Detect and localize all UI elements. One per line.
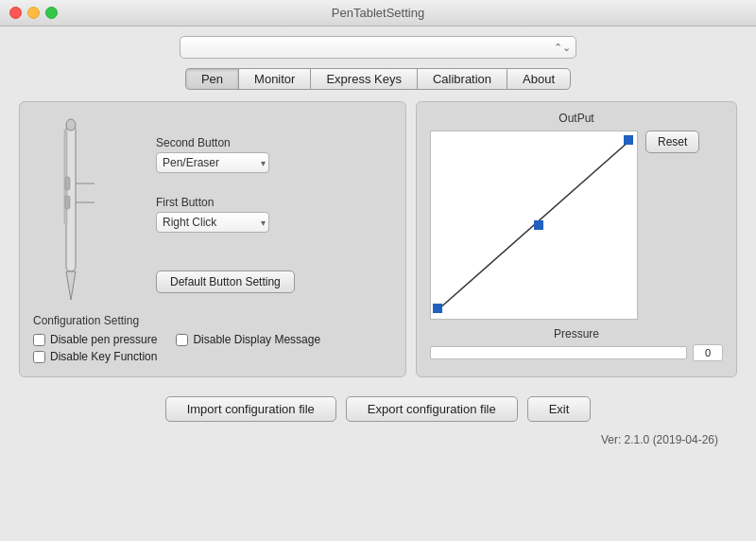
first-button-label: First Button — [156, 196, 214, 209]
disable-key-function-label: Disable Key Function — [50, 350, 157, 363]
disable-pen-pressure-checkbox[interactable] — [33, 334, 45, 346]
disable-pen-pressure-item[interactable]: Disable pen pressure — [33, 333, 157, 346]
pressure-value: 0 — [693, 344, 723, 361]
version-bar: Ver: 2.1.0 (2019-04-26) — [19, 433, 737, 446]
pressure-row: 0 — [430, 344, 723, 361]
version-text: Ver: 2.1.0 (2019-04-26) — [601, 433, 718, 446]
tab-bar: Pen Monitor Express Keys Calibration Abo… — [19, 68, 737, 90]
output-graph[interactable] — [430, 131, 638, 320]
first-button-dropdown-wrapper: Right Click Middle Click Pen/Eraser None… — [156, 212, 269, 233]
device-select[interactable] — [180, 36, 576, 59]
first-button-group: First Button Right Click Middle Click Pe… — [156, 196, 295, 233]
disable-pen-pressure-label: Disable pen pressure — [50, 333, 157, 346]
config-section: Configuration Setting Disable pen pressu… — [33, 314, 392, 363]
svg-rect-4 — [65, 196, 70, 209]
device-select-row: ⌃⌄ — [19, 36, 737, 59]
right-panel: OutPut Reset — [416, 101, 737, 377]
default-button-setting-button[interactable]: Default Button Setting — [156, 270, 295, 293]
first-button-select[interactable]: Right Click Middle Click Pen/Eraser None — [156, 212, 269, 233]
svg-point-1 — [66, 119, 76, 131]
checkboxes: Disable pen pressure Disable Display Mes… — [33, 333, 392, 363]
curve-svg — [431, 131, 639, 321]
pen-svg — [47, 115, 94, 305]
disable-display-message-item[interactable]: Disable Display Message — [176, 333, 320, 346]
tab-about[interactable]: About — [507, 68, 571, 90]
disable-key-function-checkbox[interactable] — [33, 351, 45, 363]
device-select-wrapper: ⌃⌄ — [180, 36, 576, 59]
disable-display-message-label: Disable Display Message — [193, 333, 320, 346]
disable-display-message-checkbox[interactable] — [176, 334, 188, 346]
import-config-button[interactable]: Import configuration file — [165, 396, 336, 422]
svg-rect-9 — [624, 135, 633, 145]
left-panel: Second Button Pen/Eraser Right Click Mid… — [19, 101, 406, 377]
traffic-lights — [9, 7, 58, 19]
config-title: Configuration Setting — [33, 314, 392, 327]
pen-image — [33, 115, 109, 305]
svg-rect-11 — [433, 304, 442, 313]
output-label: OutPut — [430, 112, 723, 125]
title-bar: PenTabletSetting — [0, 0, 756, 26]
svg-rect-10 — [534, 220, 543, 230]
tab-monitor[interactable]: Monitor — [238, 68, 310, 90]
second-button-select[interactable]: Pen/Eraser Right Click Middle Click None — [156, 152, 269, 173]
pressure-bar — [430, 346, 687, 359]
export-config-button[interactable]: Export configuration file — [346, 396, 518, 422]
minimize-button[interactable] — [27, 7, 40, 19]
graph-area: Reset — [430, 131, 723, 320]
svg-marker-5 — [66, 271, 76, 300]
close-button[interactable] — [9, 7, 22, 19]
reset-button[interactable]: Reset — [645, 131, 699, 153]
bottom-bar: Import configuration file Export configu… — [19, 391, 737, 428]
exit-button[interactable]: Exit — [527, 396, 592, 422]
pressure-section: Pressure 0 — [430, 327, 723, 361]
second-button-group: Second Button Pen/Eraser Right Click Mid… — [156, 136, 295, 173]
tab-calibration[interactable]: Calibration — [417, 68, 507, 90]
tab-pen[interactable]: Pen — [185, 68, 238, 90]
pressure-label: Pressure — [430, 327, 723, 340]
svg-rect-3 — [65, 177, 70, 190]
second-button-dropdown-wrapper: Pen/Eraser Right Click Middle Click None… — [156, 152, 269, 173]
second-button-label: Second Button — [156, 136, 231, 149]
disable-key-function-item[interactable]: Disable Key Function — [33, 350, 157, 363]
maximize-button[interactable] — [45, 7, 58, 19]
tab-express-keys[interactable]: Express Keys — [310, 68, 416, 90]
main-area: Second Button Pen/Eraser Right Click Mid… — [19, 101, 737, 377]
window-title: PenTabletSetting — [332, 6, 424, 20]
